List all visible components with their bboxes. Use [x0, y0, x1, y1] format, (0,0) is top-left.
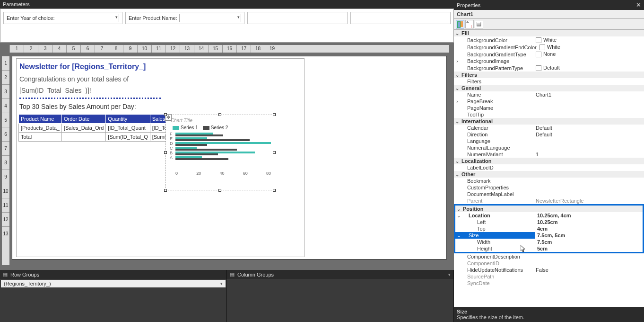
size-property-row[interactable]: ⌄Size7.5cm, 5cm	[455, 232, 643, 239]
color-swatch[interactable]	[536, 52, 541, 57]
report-canvas[interactable]: Newsletter for [Regions_Territory_] Cong…	[12, 56, 447, 259]
color-swatch[interactable]	[540, 45, 545, 50]
resize-handle[interactable]	[273, 189, 276, 192]
param-year-input[interactable]	[57, 14, 119, 22]
resize-handle[interactable]	[164, 189, 167, 192]
column-groups-panel: Column Groups ▾	[227, 270, 454, 322]
resize-handle[interactable]	[218, 189, 221, 192]
param-spacer-2	[350, 12, 451, 24]
resize-handle[interactable]	[273, 113, 276, 116]
chart-title[interactable]: Chart Title	[166, 115, 274, 124]
expand-icon[interactable]: ⌄	[454, 119, 461, 124]
chart-x-axis: 020406080	[175, 171, 271, 176]
expand-icon[interactable]: ⌄	[454, 86, 461, 91]
table-row: [Products_Data_ [Sales_Data_Ord [ID_Tota…	[19, 124, 191, 133]
properties-grid[interactable]: ⌄Fill BackgroundColorWhite BackgroundGra…	[454, 30, 644, 307]
col-orderdate[interactable]: Order Date	[61, 115, 105, 124]
expand-icon[interactable]: ›	[454, 59, 461, 64]
chevron-down-icon[interactable]: ▾	[448, 272, 451, 277]
resize-handle[interactable]	[218, 113, 221, 116]
legend-swatch-1	[173, 126, 179, 130]
properties-header: Properties ✕	[454, 0, 644, 10]
param-year-label: Enter Year of choice:	[7, 15, 55, 21]
chart-legend[interactable]: Series 1 Series 2	[166, 124, 274, 132]
expand-icon[interactable]: ⌄	[455, 213, 462, 218]
expand-icon[interactable]: ⌄	[454, 172, 461, 177]
param-product-input[interactable]	[179, 14, 241, 22]
ruler-vertical: 12345678910111213	[2, 56, 9, 265]
row-groups-panel: Row Groups (Regions_Territory_) ▾	[0, 270, 227, 322]
param-product-cell: Enter Product Name:	[125, 12, 244, 24]
report-divider	[19, 98, 161, 99]
expand-icon[interactable]: ⌄	[455, 233, 462, 238]
design-surface[interactable]: 12345678910111213141516171819 1234567891…	[0, 43, 454, 270]
report-congrats-line2[interactable]: [Sum(ID_Total_Sales_)]!	[17, 83, 304, 95]
expand-icon[interactable]: ⌄	[454, 159, 461, 164]
table-row: Total [Sum(ID_Total_Q [Sum(ID_Total_	[19, 133, 191, 142]
expand-icon[interactable]: ⌄	[454, 31, 461, 36]
param-spacer-1	[247, 12, 348, 24]
property-description: Size Specifies the size of the item.	[454, 307, 644, 322]
param-product-label: Enter Product Name:	[129, 15, 177, 21]
column-groups-header: Column Groups ▾	[227, 270, 453, 279]
chart-object[interactable]: ✥ Chart Title Series 1 Series 2 FEDCBA	[165, 115, 274, 190]
col-quantity[interactable]: Quantity	[106, 115, 150, 124]
color-swatch[interactable]	[536, 65, 541, 71]
param-year-cell: Enter Year of choice:	[3, 12, 122, 24]
categorized-button[interactable]	[456, 20, 464, 28]
resize-handle[interactable]	[273, 151, 276, 154]
col-product[interactable]: Product Name	[19, 115, 62, 124]
property-pages-button[interactable]	[475, 20, 483, 28]
close-icon[interactable]: ✕	[636, 1, 641, 9]
alphabetical-button[interactable]	[465, 20, 474, 28]
highlighted-position-section: ⌄Position ⌄Location10.25cm, 4cm Left10.2…	[454, 204, 644, 253]
report-congrats-line1[interactable]: Congratulations on your total sales of	[17, 72, 304, 83]
color-swatch[interactable]	[536, 37, 541, 43]
resize-handle[interactable]	[164, 113, 167, 116]
report-body[interactable]: Newsletter for [Regions_Territory_] Cong…	[16, 58, 305, 257]
resize-handle[interactable]	[164, 151, 167, 154]
legend-swatch-2	[203, 126, 209, 130]
parameters-header: Parameters	[0, 0, 454, 9]
expand-icon[interactable]: ⌄	[454, 72, 461, 78]
expand-icon[interactable]: ›	[454, 99, 461, 104]
properties-toolbar	[454, 19, 644, 30]
row-group-item[interactable]: (Regions_Territory_) ▾	[1, 280, 226, 287]
parameters-title: Parameters	[3, 1, 30, 7]
report-title[interactable]: Newsletter for [Regions_Territory_]	[17, 59, 304, 72]
report-subtitle[interactable]: Top 30 Sales by Sales Amount per Day:	[17, 101, 304, 113]
chevron-down-icon[interactable]: ▾	[220, 281, 223, 286]
expand-icon[interactable]: ⌄	[455, 206, 462, 212]
parameters-body: Enter Year of choice: Enter Product Name…	[0, 9, 454, 43]
ruler-horizontal: 12345678910111213141516171819	[9, 45, 449, 53]
properties-object-selector[interactable]: Chart1	[454, 10, 644, 19]
row-groups-header: Row Groups	[0, 270, 226, 279]
chart-plot-area[interactable]: FEDCBA	[175, 132, 271, 170]
